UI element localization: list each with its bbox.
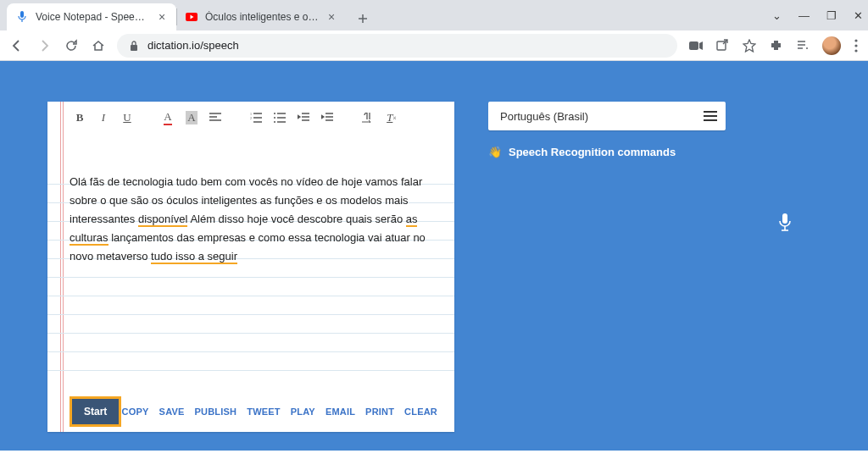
clear-format-button[interactable]: T× — [385, 111, 398, 124]
ordered-list-button[interactable]: 12 — [249, 111, 263, 124]
profile-avatar[interactable] — [822, 36, 841, 55]
commands-link[interactable]: 👋 Speech Recognition commands — [488, 146, 821, 158]
url-text: dictation.io/speech — [147, 39, 239, 52]
svg-rect-5 — [689, 41, 698, 50]
browser-tab-inactive[interactable]: Óculos inteligentes e o metaverso × — [176, 3, 346, 30]
mic-icon[interactable] — [778, 213, 792, 232]
start-button[interactable]: Start — [70, 396, 121, 427]
tab-title: Voice Notepad - Speech to Text — [36, 11, 149, 23]
underlined-text: tudo isso a seguir — [151, 250, 237, 264]
svg-marker-6 — [699, 41, 703, 50]
editor-toolbar: B I U A A 12 T× — [47, 102, 454, 134]
action-tweet[interactable]: TWEET — [247, 406, 281, 417]
language-label: Português (Brasil) — [500, 110, 588, 123]
right-sidebar: Português (Brasil) 👋 Speech Recognition … — [488, 102, 821, 451]
underline-button[interactable]: U — [120, 111, 134, 124]
align-button[interactable] — [209, 111, 222, 124]
page-body: B I U A A 12 T× Olá fãs de tecnologia tu… — [0, 61, 868, 451]
footer-actions: COPYSAVEPUBLISHTWEETPLAYEMAILPRINTCLEAR — [122, 406, 437, 417]
underlined-text: disponível — [138, 213, 188, 227]
star-icon[interactable] — [743, 39, 756, 53]
svg-point-8 — [806, 47, 808, 49]
unordered-list-button[interactable] — [273, 111, 287, 124]
italic-button[interactable]: I — [97, 111, 110, 124]
home-button[interactable] — [92, 39, 105, 53]
back-button[interactable] — [10, 39, 24, 53]
reload-button[interactable] — [64, 39, 78, 53]
address-omnibox[interactable]: dictation.io/speech — [117, 34, 677, 58]
window-maximize-icon[interactable]: ❐ — [826, 9, 837, 22]
action-play[interactable]: PLAY — [291, 406, 315, 417]
mic-favicon-icon — [15, 10, 29, 24]
svg-rect-0 — [20, 11, 24, 18]
reading-list-icon[interactable] — [796, 39, 809, 52]
action-email[interactable]: EMAIL — [326, 406, 355, 417]
bold-button[interactable]: B — [73, 111, 86, 124]
youtube-favicon-icon — [185, 10, 198, 24]
svg-point-11 — [854, 49, 857, 52]
close-icon[interactable]: × — [156, 11, 168, 23]
camera-icon[interactable] — [689, 41, 703, 51]
rtl-button[interactable] — [361, 111, 375, 124]
forward-button — [37, 39, 51, 53]
extensions-icon[interactable] — [770, 39, 782, 52]
commands-label: Speech Recognition commands — [509, 146, 676, 158]
notepad-card: B I U A A 12 T× Olá fãs de tecnologia tu… — [47, 102, 454, 432]
new-tab-button[interactable] — [351, 7, 375, 30]
highlight-button[interactable]: A — [185, 111, 198, 124]
tab-title: Óculos inteligentes e o metaverso — [205, 11, 319, 23]
outdent-button[interactable] — [297, 111, 310, 124]
action-publish[interactable]: PUBLISH — [195, 406, 237, 417]
close-icon[interactable]: × — [326, 11, 337, 23]
window-controls: ⌄ — ❐ ✕ — [772, 0, 863, 30]
font-color-button[interactable]: A — [161, 111, 175, 124]
editor-content[interactable]: Olá fãs de tecnologia tudo bem com vocês… — [70, 173, 437, 266]
window-minimize-icon[interactable]: — — [798, 9, 810, 22]
svg-point-14 — [274, 113, 275, 114]
window-chevron-icon[interactable]: ⌄ — [772, 9, 782, 22]
action-print[interactable]: PRINT — [365, 406, 394, 417]
browser-tab-active[interactable]: Voice Notepad - Speech to Text × — [7, 3, 176, 30]
wave-emoji-icon: 👋 — [488, 146, 502, 158]
hamburger-icon — [704, 111, 717, 121]
svg-text:2: 2 — [250, 116, 252, 120]
kebab-menu-icon[interactable] — [854, 39, 858, 53]
browser-tabstrip: Voice Notepad - Speech to Text × Óculos … — [0, 0, 868, 30]
svg-point-10 — [854, 44, 857, 47]
notepad-footer: Start COPYSAVEPUBLISHTWEETPLAYEMAILPRINT… — [47, 391, 454, 432]
browser-address-bar: dictation.io/speech — [0, 30, 868, 61]
lock-icon — [129, 40, 139, 52]
underlined-text: as culturas — [70, 213, 417, 246]
svg-point-16 — [274, 121, 275, 123]
share-icon[interactable] — [716, 39, 729, 52]
svg-rect-17 — [782, 213, 787, 224]
indent-button[interactable] — [320, 111, 334, 124]
svg-point-9 — [854, 39, 857, 41]
svg-point-15 — [274, 117, 275, 119]
action-copy[interactable]: COPY — [122, 406, 149, 417]
action-save[interactable]: SAVE — [159, 406, 185, 417]
svg-rect-4 — [131, 45, 137, 51]
action-clear[interactable]: CLEAR — [404, 406, 437, 417]
language-selector[interactable]: Português (Brasil) — [488, 102, 726, 130]
window-close-icon[interactable]: ✕ — [854, 9, 863, 22]
